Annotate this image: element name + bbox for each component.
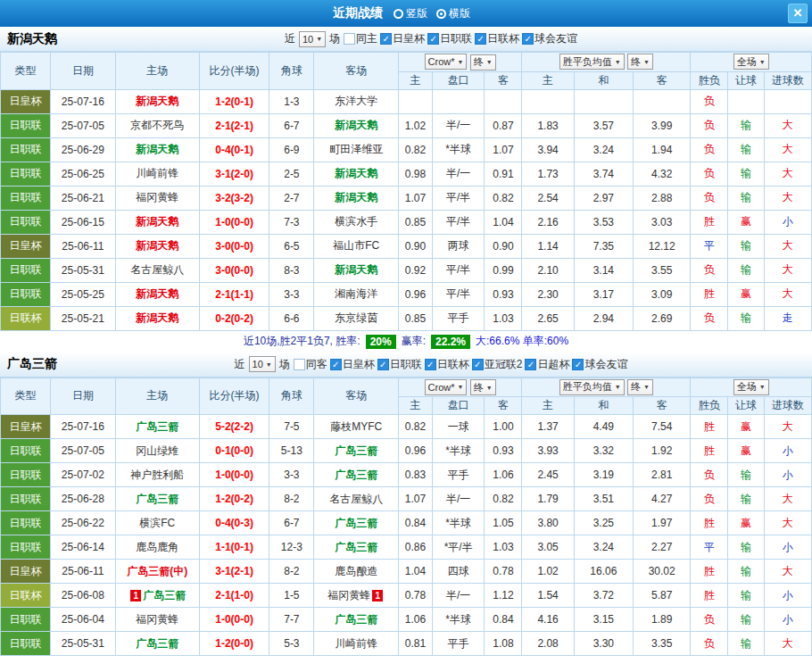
- final-odds-select[interactable]: 终▼: [470, 379, 496, 395]
- match-row: 日皇杯25-06-11广岛三箭(中)3-1(2-1)8-2鹿岛酿造1.04四球0…: [1, 560, 812, 584]
- handicap-cell: *半球: [433, 439, 485, 463]
- goals-result-cell: 大: [764, 487, 811, 511]
- league-filter[interactable]: 同客: [294, 357, 327, 372]
- odds-home-cell: 0.86: [398, 535, 432, 560]
- score-cell: 0-2(0-2): [199, 306, 269, 330]
- league-filter[interactable]: ✓日职联: [427, 31, 472, 46]
- league-filter[interactable]: ✓日皇杯: [330, 357, 375, 372]
- odds-away-cell: 1.06: [485, 463, 522, 487]
- final-avg-select[interactable]: 终▼: [627, 54, 653, 70]
- radio-label: 竖版: [406, 6, 427, 21]
- checkbox-checked-icon: ✓: [572, 359, 584, 370]
- away-team-cell: 东洋大学: [314, 89, 398, 113]
- recent-count-value: 10: [302, 34, 313, 45]
- odds-away-cell: 0.99: [485, 258, 522, 282]
- odds-away-cell: 0.93: [485, 282, 522, 306]
- league-filter[interactable]: ✓球会友谊: [522, 31, 577, 46]
- league-type-cell: 日皇杯: [1, 560, 51, 584]
- match-row: 日职联25-05-25新潟天鹅2-1(1-1)3-3湘南海洋0.96平/半0.9…: [1, 282, 812, 306]
- match-row: 日职联25-07-02神户胜利船1-0(0-0)3-3广岛三箭0.83平手1.0…: [1, 463, 812, 487]
- goals-result-cell: 小: [764, 535, 811, 560]
- match-row: 日皇杯25-07-16广岛三箭5-2(2-2)7-5藤枝MYFC0.82一球1.…: [1, 415, 812, 439]
- league-type-cell: 日职联: [1, 463, 51, 487]
- league-filter[interactable]: 同主: [344, 31, 377, 46]
- handicap-result-cell: 输: [728, 560, 764, 584]
- avg-draw-odds-cell: 3.14: [574, 258, 633, 282]
- league-filter[interactable]: ✓日皇杯: [380, 31, 425, 46]
- recent-count-select[interactable]: 10 ▼: [299, 31, 326, 47]
- avg-home-odds-cell: 3.93: [522, 439, 574, 463]
- league-type-cell: 日职联: [1, 535, 51, 560]
- corner-cell: 2-5: [269, 162, 314, 186]
- layout-radio-vertical[interactable]: 竖版: [394, 6, 427, 21]
- corner-cell: 6-5: [269, 234, 314, 258]
- col-type: 类型: [1, 53, 51, 90]
- avg-home-odds-cell: 2.45: [522, 463, 574, 487]
- final-avg-select[interactable]: 终▼: [627, 379, 653, 395]
- corner-cell: 5-3: [269, 632, 314, 656]
- corner-cell: 7-3: [269, 210, 314, 234]
- final-value: 终: [474, 55, 484, 69]
- handicap-result-cell: 输: [728, 306, 764, 330]
- league-filter[interactable]: ✓日职联: [377, 357, 422, 372]
- avg-odds-select[interactable]: 胜平负均值▼: [559, 379, 625, 395]
- result-cell: 负: [691, 608, 728, 632]
- odds-home-cell: 0.96: [398, 282, 432, 306]
- avg-home-odds-cell: 1.02: [522, 560, 574, 584]
- recent-count-select[interactable]: 10 ▼: [249, 356, 276, 372]
- league-filter[interactable]: ✓球会友谊: [572, 357, 627, 372]
- score-cell: 3-2(3-2): [199, 186, 269, 210]
- corner-cell: 2-7: [269, 186, 314, 210]
- league-filter[interactable]: ✓日联杯: [425, 357, 469, 372]
- col-handicap: 盘口: [433, 397, 485, 415]
- col-corner: 角球: [269, 377, 314, 415]
- bookmaker-select[interactable]: Crow*▼: [425, 54, 468, 70]
- result-cell: 负: [691, 306, 728, 330]
- avg-draw-odds-cell: 3.51: [574, 487, 633, 511]
- scope-select[interactable]: 全场▼: [733, 54, 769, 70]
- odds-home-cell: 0.78: [398, 584, 432, 608]
- summary-tail: 大:66.6% 单率:60%: [476, 334, 568, 349]
- away-team-cell: 名古屋鲸八: [314, 487, 398, 511]
- checkbox-checked-icon: ✓: [522, 33, 534, 45]
- avg-home-odds-cell: 3.94: [522, 137, 574, 162]
- league-filter[interactable]: ✓日联杯: [475, 31, 519, 46]
- odds-home-cell: 1.06: [398, 608, 432, 632]
- league-filter[interactable]: ✓亚冠联2: [472, 357, 523, 372]
- avg-draw-odds-cell: 7.35: [574, 234, 633, 258]
- score-cell: 3-1(2-1): [199, 560, 269, 584]
- final-odds-select[interactable]: 终▼: [470, 54, 496, 71]
- avg-home-odds-cell: 2.30: [522, 282, 574, 306]
- date-cell: 25-06-14: [51, 535, 115, 560]
- league-filter[interactable]: ✓日超杯: [525, 357, 569, 372]
- date-cell: 25-07-16: [51, 89, 115, 113]
- home-team-cell: 广岛三箭: [115, 487, 199, 511]
- team-header-bar: 新潟天鹅 近 10 ▼ 场 同主✓日皇杯✓日职联✓日联杯✓球会友谊: [0, 27, 812, 52]
- away-team-cell: 鹿岛酿造: [314, 560, 398, 584]
- checkbox-unchecked-icon: [344, 33, 355, 45]
- window-title: 近期战绩: [333, 5, 383, 21]
- result-cell: 负: [691, 113, 728, 137]
- layout-radio-horizontal[interactable]: 横版: [436, 6, 470, 21]
- scope-select[interactable]: 全场▼: [733, 379, 769, 395]
- goals-result-cell: 小: [764, 439, 811, 463]
- close-button[interactable]: ✕: [788, 4, 808, 23]
- col-score: 比分(半场): [199, 377, 269, 415]
- handicap-cell: *半球: [433, 137, 485, 162]
- col-handicap: 盘口: [433, 71, 485, 89]
- avg-away-odds-cell: [634, 89, 691, 113]
- team-header-bar: 广岛三箭 近 10 ▼ 场 同客✓日皇杯✓日职联✓日联杯✓亚冠联2✓日超杯✓球会…: [0, 353, 812, 377]
- bookmaker-select[interactable]: Crow*▼: [425, 379, 468, 395]
- chevron-down-icon: ▼: [643, 59, 650, 65]
- avg-odds-select[interactable]: 胜平负均值▼: [559, 54, 625, 70]
- result-cell: 胜: [691, 584, 728, 608]
- odds-home-cell: 0.84: [398, 511, 432, 535]
- avg-draw-odds-cell: 3.74: [574, 162, 633, 186]
- checkbox-unchecked-icon: [294, 359, 305, 370]
- col-score: 比分(半场): [199, 53, 269, 90]
- odds-home-cell: 0.83: [398, 463, 432, 487]
- result-cell: 胜: [691, 511, 728, 535]
- col-home: 主场: [115, 377, 199, 415]
- league-type-cell: 日职联: [1, 632, 51, 656]
- chevron-down-icon: ▼: [458, 59, 464, 65]
